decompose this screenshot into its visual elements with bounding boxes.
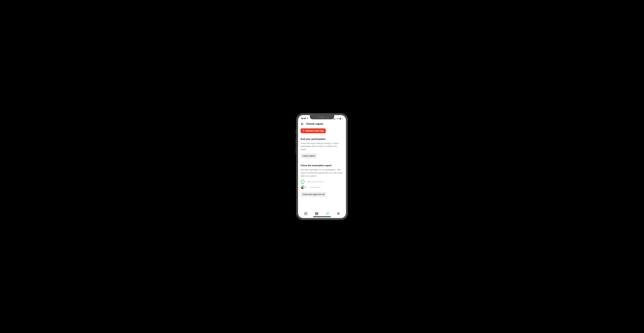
svg-point-11 bbox=[304, 212, 307, 215]
screen: 18:04 Finish repor bbox=[298, 115, 346, 218]
stopwatch-icon bbox=[302, 129, 305, 132]
home-indicator[interactable] bbox=[313, 216, 331, 217]
svg-point-17 bbox=[316, 214, 316, 214]
section-close-report: Close the evacuation report End the evac… bbox=[300, 162, 344, 200]
tab-safety[interactable] bbox=[324, 210, 331, 217]
participants-label: 2 participants bbox=[309, 186, 320, 188]
avatar bbox=[303, 185, 307, 189]
accounted-for-label: 100% accounted for bbox=[306, 181, 324, 183]
section-title: Close the evacuation report bbox=[300, 164, 344, 167]
app-header: Finish report bbox=[298, 120, 346, 127]
timer-label: Started 8 mins ago bbox=[306, 130, 324, 132]
content-scroll[interactable]: End your participation Leave the report … bbox=[298, 135, 346, 209]
section-title: End your participation bbox=[300, 138, 344, 140]
status-time: 18:04 bbox=[301, 117, 306, 120]
wifi-icon bbox=[336, 118, 339, 119]
phone-frame: 18:04 Finish repor bbox=[296, 113, 348, 220]
svg-point-8 bbox=[303, 130, 304, 131]
location-arrow-icon bbox=[306, 117, 308, 120]
arrow-left-icon bbox=[300, 122, 304, 126]
svg-point-18 bbox=[316, 214, 317, 214]
progress-circle-icon bbox=[300, 180, 304, 184]
svg-rect-1 bbox=[334, 118, 335, 119]
speaker-grill bbox=[319, 117, 325, 117]
timer-row: Started 8 mins ago bbox=[298, 127, 346, 135]
calendar-icon bbox=[315, 212, 318, 215]
section-end-participation: End your participation Leave the report … bbox=[300, 135, 344, 162]
timer-badge: Started 8 mins ago bbox=[300, 128, 326, 133]
phone-side-button bbox=[296, 129, 296, 134]
back-button[interactable] bbox=[300, 122, 304, 126]
avatar-stack bbox=[300, 185, 307, 189]
leave-report-button[interactable]: Leave report bbox=[300, 153, 317, 158]
chevron-down-circle-icon bbox=[304, 212, 308, 215]
tab-checkin[interactable] bbox=[302, 210, 309, 217]
notch bbox=[310, 115, 334, 119]
svg-rect-5 bbox=[340, 118, 341, 119]
page-title: Finish report bbox=[306, 122, 323, 126]
front-camera bbox=[327, 117, 328, 118]
tab-calendar[interactable] bbox=[313, 210, 320, 217]
close-report-button[interactable]: Close the report for all bbox=[300, 192, 326, 197]
section-body: Leave the report without closing it. Oth… bbox=[300, 142, 344, 151]
battery-icon bbox=[340, 118, 343, 120]
accounted-for-row: 100% accounted for bbox=[300, 180, 344, 184]
svg-rect-0 bbox=[334, 119, 334, 119]
section-body: End the evacuation for all participants.… bbox=[300, 168, 344, 178]
svg-rect-3 bbox=[336, 118, 336, 119]
participants-row: 2 participants bbox=[300, 185, 344, 189]
phone-volume-down bbox=[296, 146, 296, 154]
svg-rect-2 bbox=[335, 118, 335, 119]
cellular-signal-icon bbox=[334, 118, 336, 119]
hamburger-menu-icon bbox=[337, 212, 340, 215]
phone-volume-up bbox=[296, 137, 296, 145]
tab-menu[interactable] bbox=[335, 210, 342, 217]
shield-check-icon bbox=[326, 212, 329, 215]
svg-rect-6 bbox=[343, 118, 343, 119]
